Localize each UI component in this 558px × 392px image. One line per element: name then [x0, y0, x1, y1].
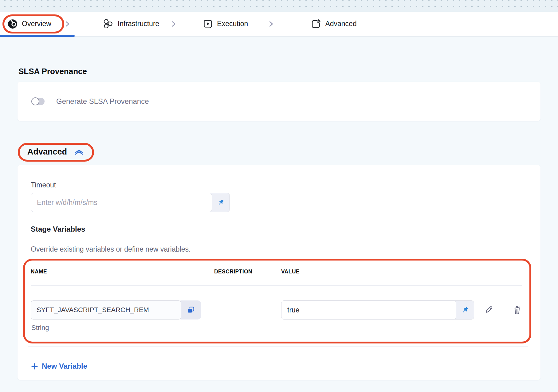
new-variable-button[interactable]: New Variable	[31, 362, 87, 370]
advanced-section-header[interactable]: Advanced	[18, 143, 94, 162]
copy-icon	[187, 306, 195, 314]
variable-value-field-group	[281, 300, 474, 319]
tab-infrastructure-label: Infrastructure	[118, 20, 159, 28]
pin-icon	[217, 199, 225, 206]
advanced-section-title: Advanced	[27, 147, 67, 157]
timeout-fixed-value-pin-button[interactable]	[212, 193, 230, 212]
tab-advanced[interactable]: Advanced	[274, 12, 366, 36]
plus-icon	[31, 363, 38, 370]
stage-variables-table-annotated: NAME DESCRIPTION VALUE SYFT_JAVASCRIPT_S…	[23, 259, 531, 343]
pencil-icon	[484, 305, 493, 315]
copy-variable-name-button[interactable]	[178, 300, 201, 319]
table-bottom-divider	[28, 346, 528, 347]
stage-variables-description: Override existing variables or define ne…	[31, 245, 527, 253]
variable-value-cell	[281, 300, 522, 319]
pipeline-canvas-dotted-background	[0, 0, 558, 12]
infrastructure-icon	[103, 18, 114, 29]
table-header-row: NAME DESCRIPTION VALUE	[31, 269, 522, 275]
edit-variable-button[interactable]	[484, 305, 493, 315]
chevron-right-icon	[64, 19, 71, 29]
new-variable-label: New Variable	[42, 362, 87, 370]
pin-icon	[461, 306, 469, 314]
stage-overview-panel: SLSA Provenance Generate SLSA Provenance…	[0, 67, 558, 380]
chevron-right-icon	[268, 19, 274, 29]
variable-row: SYFT_JAVASCRIPT_SEARCH_REM String	[31, 300, 522, 332]
tab-advanced-label: Advanced	[325, 20, 356, 28]
variable-value-input-wrap	[281, 301, 456, 319]
timeout-input[interactable]	[37, 198, 206, 207]
advanced-gear-icon	[311, 19, 321, 29]
toggle-knob	[31, 97, 39, 105]
timeout-field-group	[31, 193, 230, 212]
trash-icon	[513, 305, 522, 315]
stage-config-page: Overview Infrastructure Execution	[0, 0, 558, 380]
tab-infrastructure[interactable]: Infrastructure	[71, 12, 171, 36]
stage-tab-bar: Overview Infrastructure Execution	[0, 12, 558, 36]
tab-execution-label: Execution	[217, 20, 248, 28]
active-tab-indicator	[0, 35, 75, 37]
tab-overview[interactable]: Overview	[0, 12, 64, 36]
tab-execution[interactable]: Execution	[177, 12, 268, 36]
stage-variables-title: Stage Variables	[31, 225, 527, 233]
slsa-section-title: SLSA Provenance	[18, 67, 540, 76]
variable-name-field: SYFT_JAVASCRIPT_SEARCH_REM	[31, 300, 181, 319]
header-divider	[31, 285, 522, 286]
variable-name-field-group: SYFT_JAVASCRIPT_SEARCH_REM	[31, 300, 201, 319]
slsa-provenance-card: Generate SLSA Provenance	[18, 82, 540, 121]
column-header-description: DESCRIPTION	[214, 269, 281, 275]
delete-variable-button[interactable]	[513, 305, 522, 315]
variable-value-input[interactable]	[287, 306, 450, 314]
generate-slsa-toggle-label: Generate SLSA Provenance	[56, 97, 149, 106]
value-fixed-value-pin-button[interactable]	[456, 301, 474, 319]
tab-overview-label: Overview	[22, 20, 51, 28]
column-header-name: NAME	[31, 269, 214, 275]
variable-type-label: String	[31, 324, 214, 332]
variable-name-cell: SYFT_JAVASCRIPT_SEARCH_REM String	[31, 300, 214, 332]
chevron-up-icon	[73, 148, 85, 156]
advanced-settings-card: Timeout Stage Variables Override	[18, 165, 540, 380]
overview-icon	[7, 19, 18, 29]
column-header-value: VALUE	[281, 269, 522, 275]
chevron-right-icon	[170, 19, 177, 29]
generate-slsa-toggle[interactable]	[32, 98, 45, 105]
timeout-input-wrap	[31, 193, 212, 212]
execution-icon	[203, 19, 213, 29]
timeout-label: Timeout	[31, 181, 527, 189]
